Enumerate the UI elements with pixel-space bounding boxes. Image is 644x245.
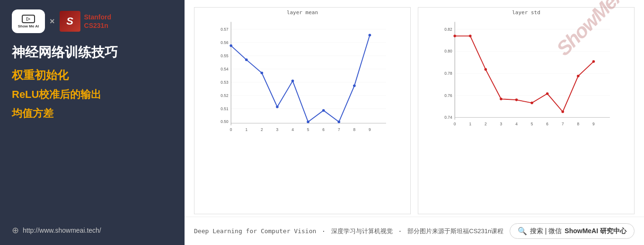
- svg-text:9: 9: [369, 127, 371, 132]
- svg-point-63: [530, 102, 533, 105]
- svg-point-28: [245, 59, 248, 61]
- svg-point-34: [337, 121, 340, 123]
- svg-text:1: 1: [245, 127, 247, 132]
- footer-text: Deep Learning for Computer Vision · 深度学习…: [194, 227, 503, 236]
- svg-text:0.56: 0.56: [221, 40, 229, 45]
- stanford-logo: S StanfordCS231n: [60, 11, 112, 32]
- charts-wrapper: ShowMeAI layer mean 0.57 0.56 0.55 0.54 …: [185, 0, 644, 245]
- layer-mean-svg: 0.57 0.56 0.55 0.54 0.53 0.52 0.51 0.50: [194, 18, 410, 145]
- svg-text:7: 7: [338, 127, 340, 132]
- svg-point-62: [515, 98, 518, 101]
- svg-text:0.74: 0.74: [444, 115, 452, 120]
- layer-mean-chart: layer mean 0.57 0.56 0.55 0.54 0.53 0.52…: [194, 7, 411, 214]
- svg-text:4: 4: [291, 127, 294, 132]
- svg-text:5: 5: [531, 122, 533, 126]
- svg-text:9: 9: [592, 122, 595, 126]
- svg-text:6: 6: [546, 122, 548, 126]
- main-title: 神经网络训练技巧: [12, 44, 173, 61]
- stanford-text: StanfordCS231n: [84, 13, 112, 30]
- showmeai-label: Show Me AI: [18, 24, 39, 28]
- search-icon: 🔍: [518, 227, 527, 236]
- svg-text:6: 6: [322, 127, 325, 132]
- svg-point-61: [500, 97, 503, 100]
- svg-text:0.50: 0.50: [221, 119, 229, 124]
- svg-text:2: 2: [261, 127, 263, 132]
- svg-point-35: [353, 85, 356, 88]
- footer-left: Deep Learning for Computer Vision: [194, 228, 316, 235]
- url-icon: ⊕: [12, 225, 19, 236]
- url-area: ⊕ http://www.showmeai.tech/: [12, 220, 173, 236]
- svg-text:0.51: 0.51: [221, 106, 229, 111]
- bottom-bar: Deep Learning for Computer Vision · 深度学习…: [185, 217, 644, 245]
- svg-text:0.82: 0.82: [444, 27, 452, 32]
- svg-text:8: 8: [577, 122, 580, 126]
- subtitle-mean-std: 均值方差: [12, 106, 173, 121]
- stanford-s-icon: S: [60, 11, 80, 32]
- svg-point-64: [546, 92, 549, 95]
- svg-text:3: 3: [500, 122, 503, 126]
- showmeai-logo: Show Me AI: [12, 9, 45, 33]
- svg-text:4: 4: [515, 122, 518, 126]
- footer-dot2: ·: [398, 228, 402, 235]
- svg-point-30: [276, 105, 279, 108]
- svg-text:3: 3: [276, 127, 279, 132]
- svg-text:0.78: 0.78: [444, 71, 452, 76]
- svg-text:8: 8: [353, 127, 356, 132]
- svg-text:0: 0: [454, 122, 456, 126]
- svg-text:7: 7: [562, 122, 564, 126]
- footer-right: 部分图片来源于斯坦福CS231n课程: [407, 228, 503, 235]
- layer-std-chart: layer std 0.82 0.80 0.78 0.76 0.74: [418, 7, 635, 214]
- svg-point-29: [261, 72, 264, 75]
- svg-point-67: [592, 60, 595, 63]
- svg-point-66: [577, 75, 580, 78]
- layer-std-svg: 0.82 0.80 0.78 0.76 0.74 0 1 2: [418, 18, 634, 145]
- svg-point-27: [229, 44, 232, 47]
- svg-text:0.53: 0.53: [221, 80, 229, 85]
- search-label: 搜索 | 微信: [530, 227, 562, 236]
- svg-text:5: 5: [307, 127, 309, 132]
- svg-point-58: [453, 35, 456, 37]
- showmeai-icon: [22, 15, 35, 23]
- subtitle-weight-init: 权重初始化: [12, 68, 173, 83]
- footer-middle: 深度学习与计算机视觉: [331, 228, 393, 235]
- right-panel: ShowMeAI layer mean 0.57 0.56 0.55 0.54 …: [185, 0, 644, 245]
- svg-text:1: 1: [469, 122, 471, 126]
- svg-text:0.57: 0.57: [221, 27, 229, 32]
- search-badge[interactable]: 🔍 搜索 | 微信 ShowMeAI 研究中心: [510, 223, 635, 239]
- svg-text:0.55: 0.55: [221, 53, 229, 58]
- svg-text:0: 0: [230, 127, 232, 132]
- search-brand: ShowMeAI 研究中心: [565, 227, 626, 236]
- svg-point-60: [485, 68, 487, 71]
- svg-text:0.76: 0.76: [444, 93, 452, 98]
- logo-area: Show Me AI × S StanfordCS231n: [12, 9, 173, 33]
- x-separator: ×: [50, 17, 55, 26]
- svg-point-59: [469, 35, 472, 37]
- subtitle-relu: ReLU校准后的输出: [12, 88, 173, 102]
- url-text: http://www.showmeai.tech/: [23, 227, 101, 234]
- svg-point-31: [291, 79, 294, 82]
- svg-point-33: [322, 109, 325, 112]
- layer-std-title: layer std: [418, 8, 634, 18]
- svg-text:0.54: 0.54: [221, 67, 229, 71]
- left-panel: Show Me AI × S StanfordCS231n 神经网络训练技巧 权…: [0, 0, 185, 245]
- svg-point-36: [369, 34, 371, 36]
- svg-text:0.80: 0.80: [444, 49, 452, 53]
- svg-text:0.52: 0.52: [221, 93, 229, 98]
- footer-dot1: ·: [322, 228, 326, 235]
- svg-point-32: [307, 121, 309, 123]
- layer-mean-title: layer mean: [194, 8, 410, 18]
- svg-point-65: [561, 110, 564, 113]
- svg-text:2: 2: [485, 122, 487, 126]
- charts-area: layer mean 0.57 0.56 0.55 0.54 0.53 0.52…: [185, 0, 644, 217]
